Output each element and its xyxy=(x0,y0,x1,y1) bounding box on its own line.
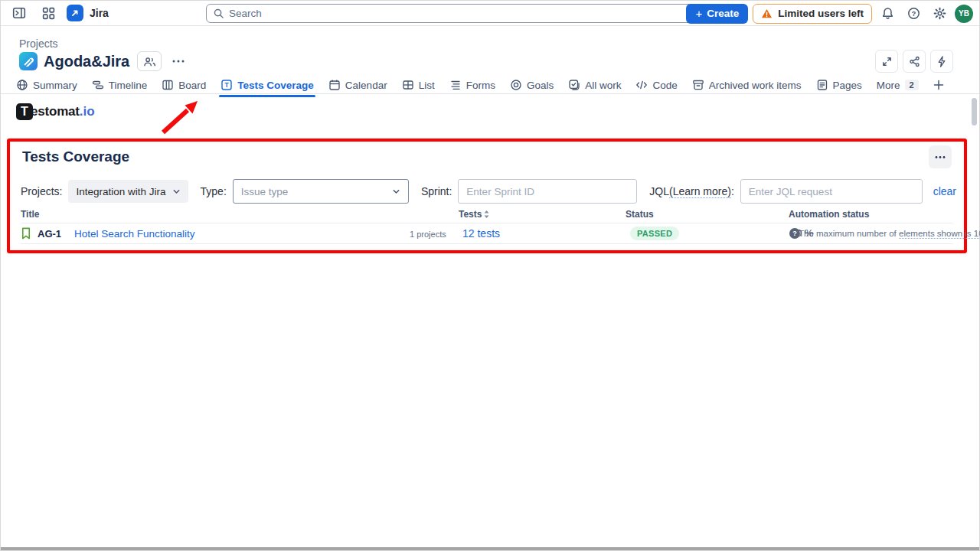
timeline-icon xyxy=(92,79,104,91)
global-search[interactable] xyxy=(206,4,697,23)
tab-calendar[interactable]: Calendar xyxy=(328,76,387,94)
tab-more[interactable]: More 2 xyxy=(877,76,919,94)
tests-coverage-icon: T xyxy=(220,79,233,91)
type-filter-label: Type: xyxy=(201,185,227,197)
status-badge: PASSED xyxy=(630,227,679,240)
project-more-button[interactable] xyxy=(168,51,189,71)
column-header-tests[interactable]: Tests xyxy=(459,209,490,220)
tab-all-work[interactable]: All work xyxy=(568,76,621,94)
tab-goals[interactable]: Goals xyxy=(510,76,554,94)
sort-icon xyxy=(483,210,490,219)
projects-filter-label: Projects: xyxy=(21,185,62,197)
vertical-scrollbar[interactable] xyxy=(972,98,977,126)
more-count-badge: 2 xyxy=(905,80,919,90)
pages-icon xyxy=(816,79,828,91)
create-button[interactable]: + Create xyxy=(686,4,748,24)
ellipsis-icon xyxy=(935,155,946,159)
app-name: Jira xyxy=(90,7,109,19)
question-circle-icon: ? xyxy=(907,7,920,20)
jira-brand[interactable]: Jira xyxy=(67,5,109,21)
notifications-button[interactable] xyxy=(877,3,898,24)
row-divider xyxy=(21,243,953,244)
sprint-filter-label: Sprint: xyxy=(421,185,452,197)
tab-board[interactable]: Board xyxy=(162,76,206,94)
board-icon xyxy=(162,79,174,91)
people-icon xyxy=(143,56,156,67)
project-avatar xyxy=(19,52,38,70)
column-header-title: Title xyxy=(21,209,39,220)
tab-timeline[interactable]: Timeline xyxy=(92,76,148,94)
panel-title: Tests Coverage xyxy=(22,148,129,165)
app-grid-icon xyxy=(42,7,55,20)
tests-coverage-panel: Tests Coverage Projects: Integration wit… xyxy=(7,139,967,253)
automation-button[interactable] xyxy=(930,50,953,73)
tab-pages[interactable]: Pages xyxy=(816,76,862,94)
jira-logo-icon xyxy=(67,5,83,21)
filters-row: Projects: Integration with Jira Type: Is… xyxy=(21,179,956,204)
tab-forms[interactable]: Forms xyxy=(449,76,495,94)
column-header-automation: Automation status xyxy=(789,209,869,220)
learn-more-link[interactable]: (Learn more) xyxy=(669,185,731,198)
archive-icon xyxy=(692,79,704,91)
project-tab-bar: Summary Timeline Board T Tests Coverage … xyxy=(16,76,944,94)
gear-icon xyxy=(933,7,946,20)
issue-title-link[interactable]: Hotel Search Functionality xyxy=(74,228,195,240)
window-bottom-edge xyxy=(1,547,979,550)
plus-icon: + xyxy=(695,8,702,19)
svg-text:T: T xyxy=(225,81,230,89)
tab-code[interactable]: Code xyxy=(635,76,677,94)
jql-filter-label: JQL(Learn more): xyxy=(649,185,734,197)
app-switcher-button[interactable] xyxy=(38,2,59,24)
panel-more-button[interactable] xyxy=(929,145,952,168)
tab-tests-coverage[interactable]: T Tests Coverage xyxy=(220,76,314,94)
share-icon xyxy=(909,56,920,67)
tab-summary[interactable]: Summary xyxy=(16,76,77,94)
lightning-icon xyxy=(936,56,947,67)
goals-icon xyxy=(510,79,522,91)
svg-text:?: ? xyxy=(911,10,916,18)
search-icon xyxy=(213,8,224,19)
clear-filters-link[interactable]: clear xyxy=(933,185,956,197)
warning-triangle-icon xyxy=(761,8,773,19)
tests-count-link[interactable]: 12 tests xyxy=(462,227,500,240)
jql-request-input[interactable] xyxy=(740,179,923,204)
settings-button[interactable] xyxy=(929,3,950,24)
column-header-status: Status xyxy=(626,209,654,220)
limited-users-button[interactable]: Limited users left xyxy=(753,4,872,24)
chevron-down-icon xyxy=(172,187,181,196)
project-members-button[interactable] xyxy=(137,51,162,71)
issue-type-select[interactable]: Issue type xyxy=(233,179,409,204)
tab-archived-work-items[interactable]: Archived work items xyxy=(692,76,802,94)
forms-icon xyxy=(449,79,462,91)
testomat-logo: T estomat .io xyxy=(16,103,95,120)
sidebar-toggle-button[interactable] xyxy=(8,2,30,24)
share-button[interactable] xyxy=(903,50,926,73)
plus-icon xyxy=(933,80,944,90)
help-button[interactable]: ? xyxy=(903,3,924,24)
chevron-down-icon xyxy=(392,187,400,196)
ellipsis-icon xyxy=(172,59,185,64)
project-title: Agoda&Jira xyxy=(44,53,129,70)
fullscreen-button[interactable] xyxy=(875,50,898,73)
sprint-id-input[interactable] xyxy=(458,179,637,204)
issue-key: AG-1 xyxy=(38,228,61,240)
table-row: AG-1 Hotel Search Functionality 1 projec… xyxy=(21,223,964,244)
add-tab-button[interactable] xyxy=(933,76,944,94)
user-avatar[interactable]: YB xyxy=(955,5,973,23)
jira-window: Jira + Create Limited users left xyxy=(0,0,980,551)
bell-icon xyxy=(881,7,894,20)
max-elements-note: The maximum number of elements shown is … xyxy=(799,229,980,238)
breadcrumb[interactable]: Projects xyxy=(19,37,58,50)
all-work-icon xyxy=(568,79,580,91)
expand-icon xyxy=(881,56,893,67)
code-icon xyxy=(635,79,648,91)
help-circle-icon: ? xyxy=(789,228,800,239)
annotation-arrow xyxy=(152,96,214,140)
globe-icon xyxy=(16,79,28,91)
bookmark-icon xyxy=(21,227,31,240)
list-icon xyxy=(402,79,414,91)
projects-filter-dropdown[interactable]: Integration with Jira xyxy=(68,180,188,203)
tab-list[interactable]: List xyxy=(402,76,435,94)
calendar-icon xyxy=(328,79,341,91)
search-input[interactable] xyxy=(229,8,691,19)
